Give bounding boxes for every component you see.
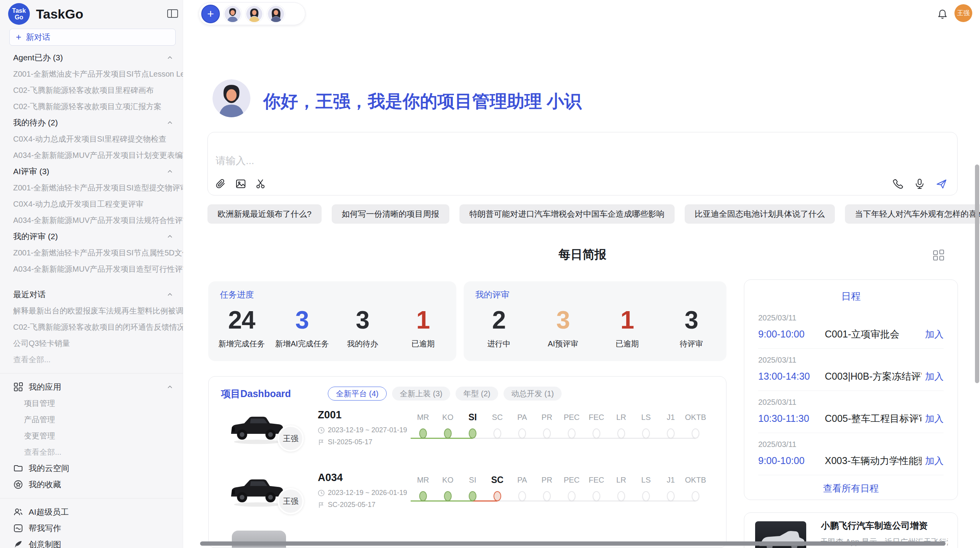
flag-icon <box>318 502 325 509</box>
chevron-up-icon[interactable] <box>166 383 174 391</box>
notification-bell-icon[interactable] <box>937 9 948 20</box>
section-my-todo[interactable]: 我的待办 (2) <box>0 115 183 131</box>
milestone: KO <box>435 411 460 438</box>
chevron-up-icon[interactable] <box>166 119 174 127</box>
suggestion-chip[interactable]: 当下年轻人对汽车外观有怎样的喜好趋势 <box>845 204 980 224</box>
suggestion-chip[interactable]: 如何写一份清晰的项目周报 <box>332 204 449 224</box>
recent-chat-item[interactable]: 解释最新出台的欧盟报废车法规再生塑料比例被调至15%... <box>0 303 183 319</box>
section-title: Agent已办 (3) <box>13 52 63 63</box>
join-link[interactable]: 加入 <box>925 455 944 467</box>
schedule-time: 9:00-10:00 <box>758 329 825 340</box>
section-ai-review[interactable]: AI评审 (3) <box>0 163 183 180</box>
tab-platform[interactable]: 全新平台 (4) <box>328 387 387 401</box>
milestone-dot <box>543 491 551 501</box>
tab-superstructure[interactable]: 全新上装 (3) <box>392 387 450 401</box>
project-row[interactable]: 王强 Z001 2023-12-19 ~ 2027-01-19 SI-2025-… <box>209 402 726 463</box>
apps-view-all[interactable]: 查看全部... <box>0 444 183 460</box>
send-icon[interactable] <box>935 178 947 190</box>
app-item-product[interactable]: 产品管理 <box>0 411 183 428</box>
section-my-review[interactable]: 我的评审 (2) <box>0 228 183 245</box>
stat-value: 3 <box>531 306 595 334</box>
list-item[interactable]: C0X4-动力总成开发项目SI里程碑提交物检查 <box>0 131 183 147</box>
tab-powertrain[interactable]: 动总开发 (1) <box>504 387 562 401</box>
schedule-event-title: C003|H0B-方案冻结评审 <box>825 370 922 383</box>
join-link[interactable]: 加入 <box>925 413 944 425</box>
list-item[interactable]: Z001-全新燃油轻卡产品开发项目SI造型提交物评审 <box>0 180 183 196</box>
attachment-icon[interactable] <box>215 178 226 190</box>
new-session-button[interactable]: + <box>201 5 220 23</box>
app-logo-icon: Task Go <box>8 3 30 25</box>
list-item[interactable]: Z001-全新燃油皮卡产品开发项目SI节点Lesson Learn报告 <box>0 66 183 82</box>
image-icon[interactable] <box>235 178 247 190</box>
milestone-dot <box>692 491 699 501</box>
list-item[interactable]: A034-全新新能源MUV产品开发项目法规符合性评审 <box>0 212 183 228</box>
milestone-dot <box>493 428 501 438</box>
sidebar-item-favorites[interactable]: 我的收藏 <box>0 476 183 493</box>
greeting-text: 你好，王强，我是你的项目管理助理 小识 <box>263 90 582 113</box>
chevron-up-icon[interactable] <box>166 54 174 62</box>
stat-label: 新增AI完成任务 <box>272 339 332 349</box>
phone-icon[interactable] <box>892 178 904 190</box>
milestone: J1 <box>658 474 683 501</box>
list-item[interactable]: C0X4-动力总成开发项目工程变更评审 <box>0 196 183 212</box>
chat-input[interactable] <box>216 155 680 167</box>
new-chat-button[interactable]: + 新对话 <box>9 29 176 46</box>
milestone: PA <box>510 474 535 501</box>
schedule-date: 2025/03/11 <box>758 313 944 322</box>
schedule-event-title: C005-整车工程目标评审 <box>825 412 922 425</box>
sidebar-item-label: AI超级员工 <box>29 507 69 517</box>
section-title: AI评审 (3) <box>13 166 49 177</box>
list-item[interactable]: Z001-全新燃油轻卡产品开发项目SI节点属性5D文件评审 <box>0 245 183 261</box>
suggestion-chip[interactable]: 欧洲新规最近颁布了什么? <box>207 204 322 224</box>
stat-label: 待评审 <box>659 339 723 349</box>
logo-text-top: Task <box>12 7 26 14</box>
list-item[interactable]: A034-全新新能源MUV产品开发项目计划变更表编写 <box>0 147 183 163</box>
session-switcher: + <box>199 2 305 25</box>
chevron-up-icon[interactable] <box>166 168 174 175</box>
list-item[interactable]: C02-飞腾新能源轻客改款项目里程碑画布 <box>0 82 183 98</box>
sidebar-item-write[interactable]: 帮我写作 <box>0 520 183 536</box>
section-agent-done[interactable]: Agent已办 (3) <box>0 50 183 66</box>
stat: 3 待评审 <box>659 306 723 349</box>
join-link[interactable]: 加入 <box>925 370 944 383</box>
sidebar-collapse-icon[interactable] <box>167 9 178 19</box>
section-recent-chats[interactable]: 最近对话 <box>0 286 183 303</box>
scissors-icon[interactable] <box>255 178 267 190</box>
stat-label: 我的待办 <box>332 339 393 349</box>
sidebar-item-ai-staff[interactable]: AI超级员工 <box>0 504 183 520</box>
schedule-entry: 2025/03/11 9:00-10:00 X003-车辆动力学性能验... 加… <box>744 433 958 475</box>
avatar[interactable] <box>267 5 285 23</box>
sidebar-item-label: 我的云空间 <box>29 463 69 474</box>
milestone-dot <box>642 428 650 438</box>
sidebar-item-cloud[interactable]: 我的云空间 <box>0 460 183 476</box>
microphone-icon[interactable] <box>914 178 925 190</box>
recent-view-all[interactable]: 查看全部... <box>0 351 183 368</box>
user-avatar[interactable]: 王强 <box>954 4 972 22</box>
section-my-apps[interactable]: 我的应用 <box>0 379 183 395</box>
sidebar-item-draw[interactable]: 创意制图 <box>0 536 183 548</box>
layout-switch-icon[interactable] <box>932 248 945 262</box>
stat: 2 进行中 <box>467 306 531 349</box>
chevron-up-icon[interactable] <box>166 291 174 298</box>
horizontal-scrollbar[interactable] <box>200 541 946 546</box>
vertical-scrollbar[interactable] <box>975 164 979 383</box>
recent-chat-item[interactable]: 公司Q3轻卡销量 <box>0 335 183 351</box>
suggestion-chip[interactable]: 比亚迪全固态电池计划具体说了什么 <box>685 204 835 224</box>
view-all-schedule-link[interactable]: 查看所有日程 <box>744 475 958 495</box>
project-row[interactable]: 王强 A034 2023-12-19 ~ 2026-01-19 SC-2025-… <box>209 465 726 526</box>
list-item[interactable]: C02-飞腾新能源轻客改款项目立项汇报方案 <box>0 98 183 115</box>
avatar[interactable] <box>224 5 242 23</box>
tab-model-year[interactable]: 年型 (2) <box>456 387 498 401</box>
list-item[interactable]: A034-全新新能源MUV产品开发项目造型可行性评审 <box>0 261 183 277</box>
milestone: SI <box>460 474 485 501</box>
stat-value: 3 <box>659 306 723 334</box>
join-link[interactable]: 加入 <box>925 328 944 341</box>
project-owner-badge: 王强 <box>278 488 304 514</box>
app-item-project[interactable]: 项目管理 <box>0 395 183 411</box>
avatar[interactable] <box>245 5 263 23</box>
chevron-up-icon[interactable] <box>166 233 174 240</box>
recent-chat-item[interactable]: C02-飞腾新能源轻客改款项目的闭环通告反馈情况 <box>0 319 183 335</box>
suggestion-chip[interactable]: 特朗普可能对进口汽车增税会对中国车企造成哪些影响 <box>459 204 675 224</box>
milestone: PEC <box>559 411 584 438</box>
app-item-change[interactable]: 变更管理 <box>0 428 183 444</box>
